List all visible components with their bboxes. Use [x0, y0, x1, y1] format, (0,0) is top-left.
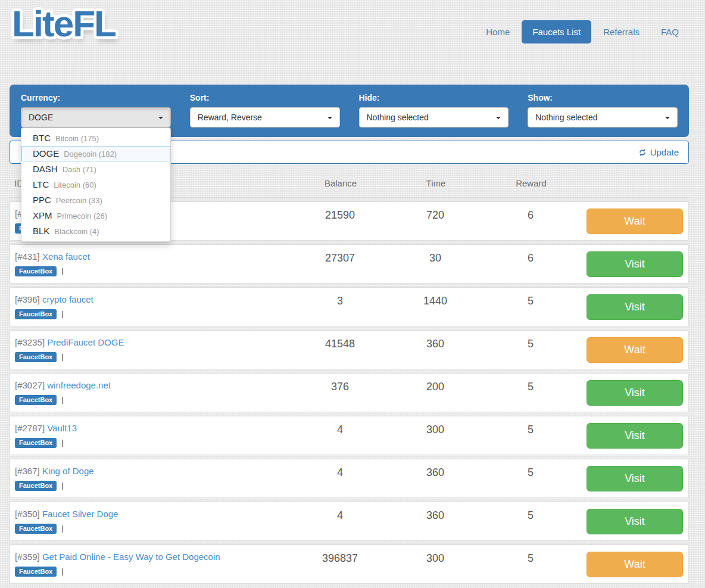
show-label: Show: — [528, 93, 678, 102]
nav-item[interactable]: Faucets List — [522, 20, 591, 43]
faucet-name-cell: [#3235] PrediFaucet DOGE FaucetBox | — [10, 331, 289, 369]
currency-option-name: Blackcoin (4) — [54, 227, 99, 236]
reward-value: 5 — [480, 502, 581, 540]
reward-value: 5 — [480, 331, 581, 369]
faucet-link[interactable]: Xena faucet — [42, 251, 90, 262]
action-cell: Visit — [581, 374, 688, 412]
table-row: [#367] King of Doge FaucetBox | 4 360 5 … — [10, 459, 689, 498]
hide-label: Hide: — [359, 93, 509, 102]
update-button[interactable]: Update — [638, 147, 679, 157]
currency-option-code: DASH — [33, 164, 58, 174]
currency-option-name: Peercoin (33) — [56, 196, 102, 205]
sort-select[interactable]: Reward, Reverse — [190, 107, 340, 127]
balance-value: 4 — [289, 416, 391, 455]
currency-label: Currency: — [21, 93, 171, 102]
currency-option[interactable]: BLK Blackcoin (4) — [21, 223, 170, 239]
faucet-name-cell: [#350] Faucet Silver Doge FaucetBox | — [10, 502, 289, 540]
currency-option[interactable]: DOGE Dogecoin (182) — [21, 146, 170, 161]
faucetbox-badge: FaucetBox — [15, 395, 57, 405]
faucet-id: [#431] — [15, 251, 40, 262]
caret-down-icon — [496, 117, 501, 119]
hide-select[interactable]: Nothing selected — [359, 107, 509, 127]
action-button[interactable]: Wait — [587, 337, 683, 363]
filter-sort: Sort: Reward, Reverse — [190, 93, 340, 127]
refresh-icon — [638, 148, 647, 157]
currency-option[interactable]: PPC Peercoin (33) — [21, 192, 170, 208]
page: LiteFL Home Faucets List Referrals FAQ C… — [0, 0, 705, 588]
header: LiteFL Home Faucets List Referrals FAQ — [0, 0, 705, 85]
time-value: 1440 — [391, 288, 480, 326]
reward-value: 6 — [480, 202, 581, 240]
table-row: [#431] Xena faucet FaucetBox | 27307 30 … — [10, 244, 689, 284]
faucet-link[interactable]: Faucet Silver Doge — [42, 509, 118, 519]
filter-currency: Currency: DOGE — [21, 93, 171, 127]
sort-label: Sort: — [190, 93, 340, 102]
time-value: 360 — [391, 502, 480, 540]
action-cell: Wait — [581, 202, 688, 240]
action-cell: Visit — [581, 459, 688, 497]
badge-line: FaucetBox | — [15, 309, 289, 319]
faucet-link[interactable]: winfreedoge.net — [47, 380, 111, 390]
nav-item[interactable]: Referrals — [594, 20, 649, 43]
action-button[interactable]: Visit — [587, 380, 683, 406]
action-cell: Wait — [581, 545, 688, 583]
balance-value: 41548 — [289, 331, 391, 369]
faucet-link[interactable]: Vault13 — [47, 423, 77, 433]
balance-value: 27307 — [289, 245, 391, 283]
badge-separator: | — [61, 480, 63, 491]
currency-option[interactable]: LTC Litecoin (60) — [21, 177, 170, 192]
faucet-name-cell: [#396] crypto faucet FaucetBox | — [10, 288, 289, 326]
currency-option-name: Primecoin (26) — [57, 211, 108, 220]
balance-value: 4 — [289, 502, 391, 540]
reward-value: 5 — [480, 374, 581, 412]
faucetbox-badge: FaucetBox — [15, 266, 57, 276]
col-header-balance: Balance — [290, 178, 391, 197]
faucet-link[interactable]: Get Paid Online - Easy Way to Get Dogeco… — [42, 552, 220, 562]
faucetbox-badge: FaucetBox — [15, 524, 57, 534]
faucet-id: [#367] — [15, 466, 40, 476]
faucet-link[interactable]: crypto faucet — [42, 294, 93, 304]
faucet-id: [#2787] — [15, 423, 45, 433]
faucet-link[interactable]: PrediFaucet DOGE — [47, 337, 124, 347]
action-button[interactable]: Visit — [587, 509, 683, 534]
badge-separator: | — [61, 394, 63, 405]
badge-separator: | — [61, 351, 63, 362]
balance-value: 3 — [289, 288, 391, 326]
action-button[interactable]: Visit — [587, 294, 683, 320]
currency-select[interactable]: DOGE — [21, 107, 171, 127]
currency-select-value: DOGE — [29, 113, 53, 122]
col-header-reward: Reward — [481, 178, 582, 197]
faucet-name-cell: [#3027] winfreedoge.net FaucetBox | — [10, 374, 289, 412]
table-row: [#396] crypto faucet FaucetBox | 3 1440 … — [10, 287, 689, 326]
action-cell: Visit — [581, 502, 688, 540]
currency-option-code: PPC — [33, 195, 51, 205]
site-logo[interactable]: LiteFL — [12, 2, 116, 45]
table-row: [#2787] Vault13 FaucetBox | 4 300 5 Visi… — [10, 416, 689, 455]
badge-line: FaucetBox | — [15, 523, 289, 534]
action-button[interactable]: Wait — [587, 552, 683, 577]
currency-option[interactable]: XPM Primecoin (26) — [21, 208, 170, 223]
currency-option[interactable]: BTC Bitcoin (175) — [21, 130, 170, 146]
time-value: 200 — [391, 374, 480, 412]
time-value: 720 — [391, 202, 480, 240]
faucet-id: [#350] — [15, 509, 40, 519]
badge-line: FaucetBox | — [15, 437, 289, 448]
caret-down-icon — [158, 117, 163, 119]
reward-value: 6 — [480, 245, 581, 283]
action-button[interactable]: Visit — [587, 466, 683, 491]
currency-option-code: BLK — [33, 226, 49, 236]
action-button[interactable]: Visit — [587, 251, 683, 277]
show-select[interactable]: Nothing selected — [528, 107, 678, 127]
currency-option[interactable]: DASH Dash (71) — [21, 161, 170, 177]
faucet-link[interactable]: King of Doge — [42, 466, 94, 476]
faucet-list: [# FaucetBox | 21590 720 6 Wait — [10, 201, 689, 584]
action-button[interactable]: Visit — [587, 423, 683, 449]
reward-value: 5 — [480, 416, 581, 455]
time-value: 360 — [391, 459, 480, 497]
action-button[interactable]: Wait — [587, 209, 683, 234]
action-cell: Visit — [581, 416, 688, 455]
nav-item[interactable]: Home — [476, 20, 519, 43]
nav-item[interactable]: FAQ — [651, 20, 688, 43]
balance-value: 4 — [289, 459, 391, 497]
action-cell: Visit — [581, 245, 688, 283]
